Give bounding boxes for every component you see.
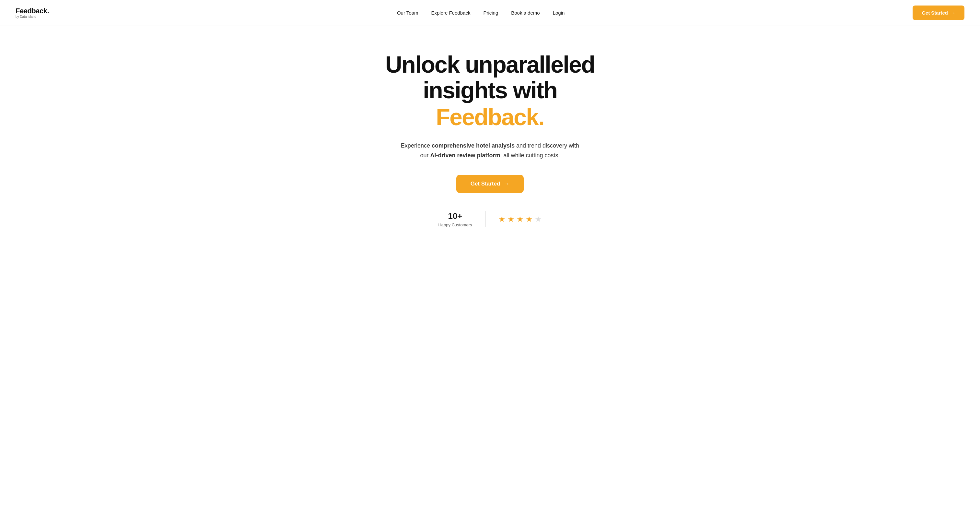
- hero-headline-line1: Unlock unparalleled insights with: [344, 52, 636, 103]
- nav-item-login[interactable]: Login: [553, 10, 565, 16]
- hero-subtext-bold1: comprehensive hotel analysis: [432, 142, 515, 149]
- stat-customers-label: Happy Customers: [438, 222, 472, 227]
- stat-customers-count: 10+: [448, 211, 462, 221]
- star-2: ★: [508, 215, 515, 224]
- nav-item-pricing[interactable]: Pricing: [483, 10, 498, 16]
- navbar: Feedback. by Data Island Our Team Explor…: [0, 0, 980, 26]
- nav-item-our-team[interactable]: Our Team: [397, 10, 418, 16]
- hero-subtext: Experience comprehensive hotel analysis …: [399, 141, 581, 161]
- star-4: ★: [526, 215, 533, 224]
- nav-get-started-button[interactable]: Get Started →: [913, 5, 964, 20]
- nav-link-book-demo[interactable]: Book a demo: [511, 10, 539, 16]
- hero-headline-line2: Feedback.: [436, 104, 544, 130]
- nav-item-book-demo[interactable]: Book a demo: [511, 10, 539, 16]
- stats-row: 10+ Happy Customers ★ ★ ★ ★ ★: [425, 211, 555, 227]
- hero-subtext-bold2: AI-driven review platform: [430, 152, 500, 159]
- hero-subtext-part3: , all while cutting costs.: [500, 152, 560, 159]
- nav-cta-label: Get Started: [922, 10, 948, 16]
- nav-cta-arrow: →: [950, 10, 955, 16]
- hero-cta-arrow: →: [504, 181, 509, 187]
- nav-link-pricing[interactable]: Pricing: [483, 10, 498, 16]
- nav-link-our-team[interactable]: Our Team: [397, 10, 418, 16]
- hero-subtext-part1: Experience: [401, 142, 432, 149]
- stat-customers: 10+ Happy Customers: [425, 211, 485, 227]
- hero-section: Unlock unparalleled insights with Feedba…: [0, 26, 980, 247]
- nav-links: Our Team Explore Feedback Pricing Book a…: [397, 10, 565, 16]
- nav-item-explore-feedback[interactable]: Explore Feedback: [431, 10, 470, 16]
- star-1: ★: [498, 215, 506, 224]
- logo-main: Feedback.: [16, 8, 49, 14]
- logo-sub: by Data Island: [16, 15, 49, 19]
- hero-cta-label: Get Started: [471, 181, 500, 187]
- nav-link-login[interactable]: Login: [553, 10, 565, 16]
- stars-container: ★ ★ ★ ★ ★: [485, 215, 555, 224]
- hero-get-started-button[interactable]: Get Started →: [456, 175, 524, 193]
- nav-link-explore-feedback[interactable]: Explore Feedback: [431, 10, 470, 16]
- star-5: ★: [535, 215, 542, 224]
- logo[interactable]: Feedback. by Data Island: [16, 8, 49, 19]
- star-3: ★: [517, 215, 524, 224]
